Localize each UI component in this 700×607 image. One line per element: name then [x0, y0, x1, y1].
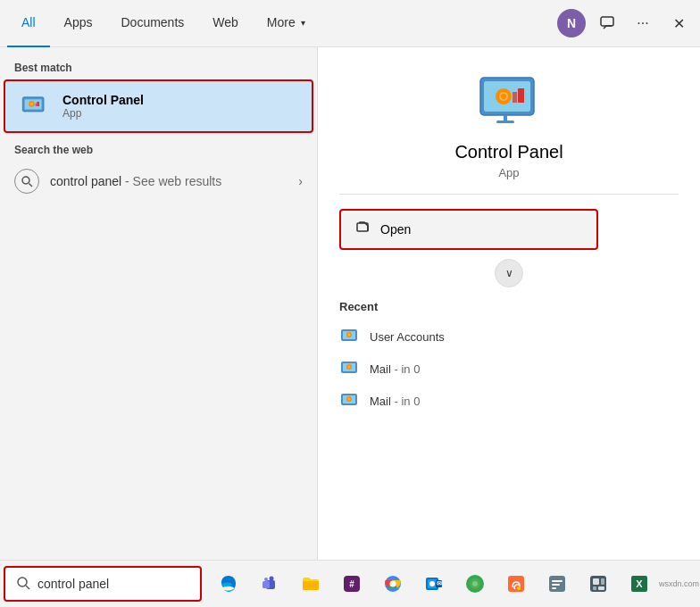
search-icon	[14, 169, 39, 194]
tab-more[interactable]: More ▾	[253, 0, 320, 47]
detail-icon	[473, 74, 545, 128]
recent-item[interactable]: User Accounts	[339, 320, 679, 353]
left-panel: Best match	[0, 47, 317, 560]
svg-point-37	[264, 578, 268, 581]
svg-rect-55	[552, 580, 562, 582]
search-box[interactable]: control panel	[4, 566, 202, 602]
best-match-label: Best match	[0, 58, 317, 79]
svg-text:X: X	[636, 578, 643, 589]
control-panel-icon	[16, 88, 52, 124]
search-window: All Apps Documents Web More ▾ N	[0, 0, 700, 607]
svg-rect-60	[601, 578, 604, 585]
svg-text:✉: ✉	[437, 580, 442, 586]
svg-point-5	[30, 103, 33, 105]
best-match-result[interactable]: Control Panel App	[4, 79, 313, 133]
web-search-section: Search the web control panel - See web r…	[0, 140, 317, 201]
more-options-icon[interactable]: ···	[629, 9, 657, 37]
taskbar-excel-icon[interactable]: X	[620, 564, 659, 603]
svg-text:#: #	[349, 579, 354, 589]
svg-point-53	[517, 586, 521, 590]
detail-title: Control Panel	[339, 142, 679, 162]
recent-section: Recent User Accounts	[339, 300, 679, 417]
svg-point-32	[18, 578, 27, 586]
web-search-arrow-icon: ›	[298, 174, 303, 188]
taskbar-app10-icon[interactable]	[579, 564, 618, 603]
detail-type: App	[339, 166, 679, 179]
svg-point-51	[472, 581, 478, 586]
nav-tabs: All Apps Documents Web More ▾ N	[0, 0, 700, 47]
svg-point-23	[348, 334, 351, 337]
taskbar-chrome-icon[interactable]	[373, 564, 412, 603]
taskbar-explorer-icon[interactable]	[291, 564, 330, 603]
open-button[interactable]: Open	[339, 209, 598, 250]
best-match-info: Control Panel App	[62, 93, 144, 120]
svg-line-33	[26, 586, 29, 589]
recent-item-icon-1	[339, 358, 361, 379]
recent-item-icon-0	[339, 326, 361, 347]
tab-web[interactable]: Web	[198, 0, 253, 47]
recent-item-1[interactable]: Mail - in 0	[339, 353, 679, 385]
result-name: Control Panel	[62, 93, 144, 107]
recent-label: Recent	[339, 300, 679, 313]
svg-rect-38	[262, 581, 270, 588]
svg-rect-15	[518, 88, 524, 103]
svg-rect-17	[504, 115, 507, 121]
taskbar: control panel	[0, 560, 700, 607]
main-content: Best match	[0, 47, 700, 560]
web-search-text: control panel - See web results	[50, 174, 221, 188]
svg-rect-6	[37, 102, 39, 106]
web-search-label: Search the web	[0, 140, 317, 162]
recent-item-text-1: Mail - in 0	[370, 362, 420, 376]
svg-point-36	[270, 577, 274, 581]
tab-apps[interactable]: Apps	[50, 0, 107, 47]
recent-item-2[interactable]: Mail - in 0	[339, 385, 679, 417]
right-panel: Control Panel App Open ∨ Recent	[317, 47, 700, 560]
tab-documents[interactable]: Documents	[106, 0, 198, 47]
svg-rect-61	[593, 586, 596, 590]
svg-rect-0	[601, 17, 613, 26]
result-type: App	[62, 107, 144, 120]
svg-rect-16	[512, 92, 517, 103]
taskbar-slack-icon[interactable]: #	[332, 564, 371, 603]
taskbar-search-icon	[16, 576, 30, 593]
close-icon[interactable]: ✕	[664, 9, 693, 37]
svg-rect-52	[508, 576, 524, 592]
svg-rect-57	[552, 587, 556, 589]
search-input-value[interactable]: control panel	[38, 577, 109, 591]
taskbar-greenapp-icon[interactable]	[455, 564, 495, 603]
taskbar-paint-icon[interactable]	[496, 564, 536, 603]
chevron-down-icon: ∨	[505, 267, 513, 279]
open-label: Open	[380, 222, 411, 237]
recent-item-text-0: User Accounts	[370, 330, 445, 344]
svg-point-27	[348, 366, 351, 369]
taskbar-icons: #	[209, 564, 659, 603]
detail-divider	[339, 194, 679, 195]
svg-rect-62	[598, 586, 604, 590]
recent-item-icon-2	[339, 390, 361, 412]
svg-point-14	[501, 94, 506, 99]
svg-point-8	[22, 177, 29, 184]
taskbar-teams-icon[interactable]	[250, 564, 289, 603]
watermark: wsxdn.com	[659, 579, 700, 588]
svg-point-31	[348, 398, 351, 401]
svg-point-43	[390, 581, 396, 587]
taskbar-app9-icon[interactable]	[538, 564, 577, 603]
nav-right: N ··· ✕	[557, 9, 693, 37]
svg-point-46	[429, 581, 435, 586]
svg-line-9	[29, 184, 33, 187]
recent-item-text-2: Mail - in 0	[370, 395, 420, 408]
avatar[interactable]: N	[557, 9, 586, 37]
svg-rect-18	[496, 121, 514, 123]
chevron-down-icon: ▾	[301, 18, 305, 28]
svg-point-34	[221, 583, 232, 587]
web-search-item[interactable]: control panel - See web results ›	[4, 162, 313, 201]
tab-all[interactable]: All	[7, 0, 50, 47]
taskbar-outlook-icon[interactable]: ✉	[414, 564, 454, 603]
svg-rect-59	[593, 578, 599, 585]
open-icon	[355, 220, 371, 239]
taskbar-edge-icon[interactable]	[209, 564, 248, 603]
svg-rect-56	[552, 584, 560, 586]
feedback-icon[interactable]	[593, 9, 621, 37]
expand-button[interactable]: ∨	[495, 259, 523, 287]
svg-rect-7	[36, 104, 38, 106]
